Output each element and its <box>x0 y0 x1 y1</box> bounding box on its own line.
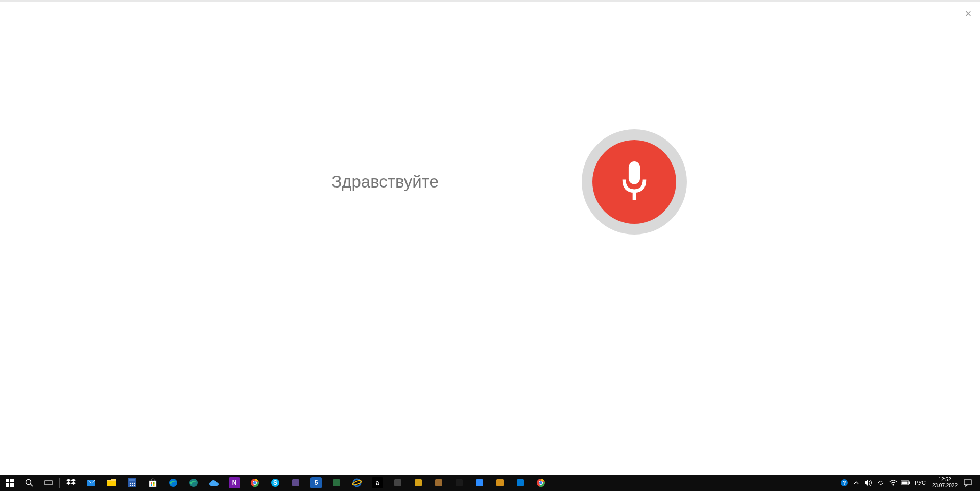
show-desktop-button[interactable] <box>975 475 978 491</box>
taskbar-app-onenote[interactable]: N <box>224 475 245 491</box>
taskbar-app-app1[interactable] <box>285 475 306 491</box>
tray-wifi[interactable] <box>887 475 899 491</box>
tray-app-icon <box>877 479 885 486</box>
svg-rect-3 <box>10 479 14 482</box>
battery-icon <box>901 480 910 485</box>
svg-rect-38 <box>292 479 299 486</box>
svg-rect-27 <box>151 482 152 484</box>
edge-icon <box>168 477 179 488</box>
taskbar-app-app7[interactable] <box>449 475 469 491</box>
svg-rect-19 <box>129 479 135 481</box>
mail-icon <box>86 477 97 488</box>
internet-explorer-icon <box>351 477 363 488</box>
taskbar-app-app8[interactable] <box>469 475 490 491</box>
taskbar-left <box>0 475 61 491</box>
svg-rect-39 <box>333 479 340 486</box>
app10-icon <box>515 477 526 488</box>
app7-icon <box>453 477 465 488</box>
taskbar-app-app6[interactable] <box>428 475 449 491</box>
edge-dev-icon <box>188 477 199 488</box>
svg-rect-45 <box>456 479 463 486</box>
taskbar-app-amazon[interactable]: a <box>367 475 388 491</box>
svg-point-55 <box>893 484 894 485</box>
taskbar-app-skype[interactable]: S <box>265 475 285 491</box>
svg-rect-28 <box>153 482 155 484</box>
help-icon: ? <box>840 479 848 487</box>
start-button[interactable] <box>0 475 19 491</box>
tray-time: 12:52 <box>938 477 951 483</box>
taskbar-app-chrome[interactable] <box>245 475 265 491</box>
tray-language[interactable]: РУС <box>912 480 929 486</box>
search-button[interactable] <box>19 475 39 491</box>
svg-rect-2 <box>6 479 9 482</box>
tray-clock[interactable]: 12:52 23.07.2022 <box>929 477 961 489</box>
tray-volume[interactable] <box>863 475 875 491</box>
svg-rect-4 <box>6 483 9 487</box>
svg-rect-59 <box>964 480 971 485</box>
tray-chevron-up[interactable] <box>850 475 863 491</box>
app2-icon: 5 <box>310 477 322 488</box>
chrome2-icon <box>535 477 546 488</box>
tray-action-center[interactable] <box>961 475 975 491</box>
taskbar-app-microsoft-store[interactable] <box>142 475 163 491</box>
svg-marker-54 <box>865 479 868 486</box>
taskbar-app-app10[interactable] <box>510 475 531 491</box>
app5-icon <box>413 477 424 488</box>
svg-rect-47 <box>496 479 504 486</box>
app9-icon <box>494 477 506 488</box>
onenote-icon: N <box>229 477 240 488</box>
taskbar-app-mail[interactable] <box>81 475 102 491</box>
taskbar-app-cloud-app[interactable] <box>204 475 224 491</box>
svg-rect-44 <box>435 479 442 486</box>
calculator-icon <box>127 477 138 488</box>
svg-rect-46 <box>476 479 483 486</box>
taskbar-app-app3[interactable] <box>326 475 347 491</box>
svg-point-51 <box>539 481 542 484</box>
app3-icon <box>331 477 342 488</box>
taskbar-app-app5[interactable] <box>408 475 428 491</box>
voice-search-container: Здравствуйте <box>0 2 980 475</box>
svg-rect-29 <box>151 484 152 486</box>
microsoft-store-icon <box>147 477 158 488</box>
svg-text:S: S <box>273 479 277 486</box>
taskbar-separator <box>59 478 60 488</box>
tray-date: 23.07.2022 <box>932 483 958 489</box>
app6-icon <box>433 477 444 488</box>
taskbar-app-edge-dev[interactable] <box>183 475 204 491</box>
task-view-button[interactable] <box>39 475 58 491</box>
file-explorer-icon <box>106 477 117 488</box>
amazon-icon: a <box>372 477 383 488</box>
taskbar-app-calculator[interactable] <box>122 475 142 491</box>
taskbar-app-edge[interactable] <box>163 475 183 491</box>
taskbar-app-app9[interactable] <box>490 475 510 491</box>
svg-point-24 <box>132 485 133 486</box>
taskbar-apps: NS5a <box>61 475 838 491</box>
taskbar-app-dropbox[interactable] <box>61 475 81 491</box>
skype-icon: S <box>270 477 281 488</box>
voice-content: Здравствуйте <box>331 129 687 235</box>
svg-line-7 <box>30 484 33 486</box>
svg-point-23 <box>130 485 131 486</box>
dropbox-icon <box>65 477 77 488</box>
svg-point-35 <box>253 481 256 484</box>
taskbar-app-app2[interactable]: 5 <box>306 475 326 491</box>
taskbar-app-file-explorer[interactable] <box>102 475 122 491</box>
svg-rect-30 <box>153 484 155 486</box>
chrome-icon <box>249 477 260 488</box>
tray-app[interactable] <box>875 475 887 491</box>
taskbar-app-app4[interactable] <box>388 475 408 491</box>
svg-rect-26 <box>149 481 156 487</box>
tray-battery[interactable] <box>899 475 912 491</box>
svg-point-25 <box>134 485 135 486</box>
svg-point-20 <box>130 483 131 484</box>
svg-rect-5 <box>10 483 14 487</box>
svg-point-22 <box>134 483 135 484</box>
taskbar-app-chrome2[interactable] <box>531 475 551 491</box>
svg-rect-42 <box>394 479 401 486</box>
taskbar-app-internet-explorer[interactable] <box>347 475 367 491</box>
svg-rect-8 <box>45 481 52 485</box>
microphone-button[interactable] <box>582 129 687 235</box>
tray-help-icon[interactable]: ? <box>838 475 850 491</box>
svg-marker-11 <box>66 479 71 482</box>
task-view-icon <box>44 479 53 486</box>
